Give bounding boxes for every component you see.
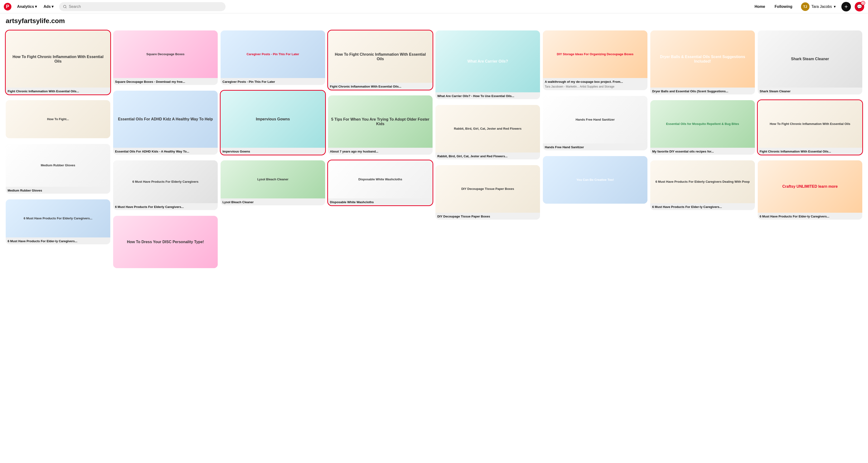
- pin-card[interactable]: How To Fight...: [6, 100, 110, 138]
- pin-label: 6 Must Have Products For Elderly Caregiv…: [113, 203, 218, 210]
- pin-card[interactable]: DIY Decoupage Tissue Paper BoxesDIY Deco…: [435, 165, 540, 220]
- pin-card[interactable]: Caregiver Posts - Pin This For LaterCare…: [221, 30, 325, 85]
- pin-card[interactable]: Essential Oils for Mosquito Repellent & …: [650, 100, 755, 155]
- pin-label: A walkthrough of my de-coupage box proje…: [543, 78, 647, 85]
- pin-label: Fight Chronic Inflammation With Essentia…: [758, 148, 862, 155]
- pin-card[interactable]: How To Fight Chronic Inflammation With E…: [758, 100, 862, 155]
- pin-label: Fight Chronic Inflammation With Essentia…: [328, 83, 433, 90]
- pin-card[interactable]: What Are Carrier Oils?What Are Carrier O…: [435, 30, 540, 99]
- pin-label: DIY Decoupage Tissue Paper Boxes: [435, 213, 540, 220]
- pin-label: Lysol Bleach Cleaner: [221, 198, 325, 205]
- pin-card[interactable]: Disposable White WashclothsDisposable Wh…: [328, 161, 433, 205]
- following-link[interactable]: Following: [772, 3, 795, 11]
- main-nav: Analytics ▾ Ads ▾: [14, 2, 56, 11]
- user-dropdown-icon: ▾: [834, 4, 836, 9]
- pin-label: Dryer Balls and Essential Oils (Scent Su…: [650, 88, 755, 94]
- analytics-dropdown-icon: ▾: [35, 4, 37, 9]
- pin-label: Medium Rubber Gloves: [6, 187, 110, 194]
- pin-card[interactable]: Shark Steam CleanerShark Steam Cleaner: [758, 30, 862, 94]
- pin-author-info: Tara Jacobsen - Marketin... Artist Suppl…: [543, 85, 647, 90]
- pin-card[interactable]: Rabbit, Bird, Girl, Cat, Jester and Red …: [435, 105, 540, 160]
- pin-card[interactable]: You Can Be Creative Too!: [543, 156, 647, 204]
- pin-card[interactable]: Medium Rubber GlovesMedium Rubber Gloves: [6, 144, 110, 194]
- user-menu[interactable]: TJ Tara Jacobs ▾: [799, 1, 838, 12]
- ads-dropdown-icon: ▾: [52, 4, 54, 9]
- pin-card[interactable]: Square Decoupage BoxesSquare Decoupage B…: [113, 30, 218, 85]
- pin-card[interactable]: Essential Oils For ADHD Kidz A Healthy W…: [113, 91, 218, 155]
- pin-card[interactable]: Impervious GownsImpervious Gowns: [221, 91, 325, 155]
- pin-label: Shark Steam Cleaner: [758, 88, 862, 94]
- add-button[interactable]: +: [841, 2, 851, 11]
- pin-label: What Are Carrier Oils? - How To Use Esse…: [435, 92, 540, 99]
- pin-label: My favorite DIY essential oils recipes f…: [650, 148, 755, 155]
- pin-label: 6 Must Have Products For Elder-ly Caregi…: [758, 213, 862, 220]
- header: P Analytics ▾ Ads ▾ Home Following TJ Ta…: [0, 0, 868, 13]
- pin-card[interactable]: DIY Storage Ideas For Organizing Decoupa…: [543, 30, 647, 90]
- pin-label: 6 Must Have Products For Elder-ly Caregi…: [650, 203, 755, 210]
- pin-label: Hands Free Hand Sanitizer: [543, 143, 647, 150]
- pin-label: Fight Chronic Inflammation With Essentia…: [6, 88, 110, 94]
- pin-card[interactable]: How To Fight Chronic Inflammation With E…: [328, 30, 433, 90]
- pin-card[interactable]: Lysol Bleach CleanerLysol Bleach Cleaner: [221, 161, 325, 205]
- pin-card[interactable]: 6 Must Have Products For Elderly Caregiv…: [113, 161, 218, 210]
- pin-label: Rabbit, Bird, Girl, Cat, Jester and Red …: [435, 152, 540, 160]
- pin-label: Essential Oils For ADHD Kids - A Healthy…: [113, 148, 218, 155]
- pin-label: Caregiver Posts - Pin This For Later: [221, 78, 325, 85]
- header-right: Home Following TJ Tara Jacobs ▾ + 💬 2: [752, 1, 864, 12]
- ads-nav-item[interactable]: Ads ▾: [41, 2, 56, 11]
- notification-count: 2: [861, 1, 865, 5]
- pin-label: Square Decoupage Boxes - Download my fre…: [113, 78, 218, 85]
- pin-label: 6 Must Have Products For Elder-ly Caregi…: [6, 237, 110, 244]
- pin-label: About 7 years ago my husband...: [328, 148, 433, 155]
- search-input[interactable]: [69, 4, 222, 9]
- analytics-nav-item[interactable]: Analytics ▾: [14, 2, 40, 11]
- search-bar[interactable]: [59, 2, 225, 11]
- pins-grid: How To Fight Chronic Inflammation With E…: [6, 30, 862, 271]
- pin-card[interactable]: 5 Tips For When You Are Trying To Adopt …: [328, 95, 433, 155]
- user-avatar-circle: TJ: [801, 2, 809, 11]
- pin-label: Disposable White Washcloths: [328, 198, 433, 205]
- notifications-button[interactable]: 💬 2: [855, 2, 864, 11]
- search-icon: [63, 5, 67, 8]
- pinterest-logo[interactable]: P: [4, 3, 11, 10]
- pin-card[interactable]: Craftsy UNLIMITED learn more6 Must Have …: [758, 161, 862, 220]
- pin-card[interactable]: Dryer Balls & Essential Oils Scent Sugge…: [650, 30, 755, 94]
- pin-card[interactable]: How To Fight Chronic Inflammation With E…: [6, 30, 110, 94]
- home-link[interactable]: Home: [752, 3, 768, 11]
- page-content: artsyfartsylife.com How To Fight Chronic…: [0, 13, 868, 275]
- pin-label: Impervious Gowns: [221, 148, 325, 155]
- pin-card[interactable]: How To Dress Your DISC Personality Type!: [113, 216, 218, 268]
- ads-label: Ads: [43, 4, 51, 9]
- analytics-label: Analytics: [17, 4, 34, 9]
- pin-card[interactable]: Hands Free Hand SanitizerHands Free Hand…: [543, 96, 647, 150]
- pin-card[interactable]: 6 Must Have Products For Elderly Caregiv…: [6, 199, 110, 244]
- pin-card[interactable]: 6 Must Have Products For Elderly Caregiv…: [650, 161, 755, 210]
- site-title: artsyfartsylife.com: [6, 17, 862, 25]
- user-name: Tara Jacobs: [811, 4, 832, 9]
